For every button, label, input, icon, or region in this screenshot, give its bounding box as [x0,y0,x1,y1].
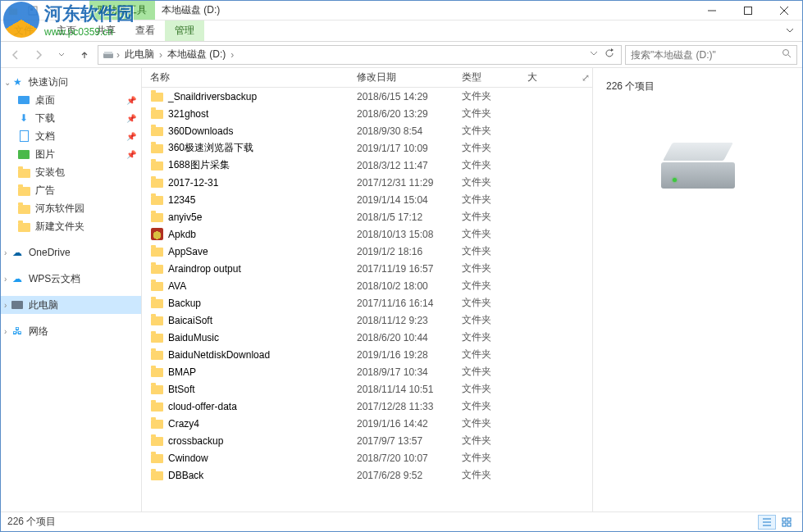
sidebar-item[interactable]: 广告 [1,181,141,199]
nav-quick-access[interactable]: ⌄ ★ 快速访问 [1,73,141,91]
file-rows[interactable]: _Snaildriversbackup2018/6/15 14:29文件夹321… [142,88,592,512]
search-icon[interactable] [782,48,792,61]
column-name[interactable]: 名称 [150,70,357,84]
nav-onedrive[interactable]: › ☁ OneDrive [1,243,141,261]
column-date[interactable]: 修改日期 [357,70,462,84]
svg-rect-17 [782,523,786,526]
title-bar: │ 驱动器工具 本地磁盘 (D:) [1,1,802,20]
svg-rect-9 [104,52,112,54]
chevron-down-icon[interactable]: ⌄ [4,78,11,87]
chevron-right-icon[interactable]: › [4,248,7,257]
sidebar-item[interactable]: 桌面📌 [1,91,141,109]
nav-this-pc[interactable]: › 此电脑 [1,296,141,314]
star-icon: ★ [11,75,24,89]
nav-label: 广告 [35,184,55,198]
file-row[interactable]: cloud-offer-data2017/12/28 11:33文件夹 [142,398,592,415]
status-bar: 226 个项目 [1,512,802,531]
nav-wps[interactable]: › ☁ WPS云文档 [1,270,141,288]
qat-icon[interactable] [4,2,22,19]
file-row[interactable]: 321ghost2018/6/20 13:29文件夹 [142,105,592,122]
file-row[interactable]: Backup2017/11/16 16:14文件夹 [142,294,592,311]
sidebar-item[interactable]: 文档📌 [1,127,141,145]
maximize-button[interactable] [730,1,766,20]
sidebar-item[interactable]: 安装包 [1,163,141,181]
view-details-button[interactable] [758,515,776,530]
address-dropdown-icon[interactable] [590,48,598,61]
chevron-right-icon[interactable]: › [4,301,7,310]
ribbon-file-tab[interactable]: 文件 [1,20,47,41]
file-row[interactable]: 2017-12-312017/12/31 11:29文件夹 [142,174,592,191]
nav-network[interactable]: › 🖧 网络 [1,322,141,340]
file-date: 2018/3/12 11:47 [357,160,462,171]
sidebar-item[interactable]: ⬇下载📌 [1,109,141,127]
ribbon-tab-manage[interactable]: 管理 [165,20,204,41]
file-type: 文件夹 [462,124,527,138]
nav-label: 文档 [35,130,55,143]
file-date: 2019/1/16 14:42 [357,418,462,430]
forward-button[interactable] [29,45,48,65]
recent-dropdown[interactable] [52,45,71,65]
ribbon-expand-button[interactable] [778,25,802,37]
file-row[interactable]: BaicaiSoft2018/11/12 9:23文件夹 [142,311,592,329]
sidebar-item[interactable]: 图片📌 [1,145,141,163]
minimize-button[interactable] [694,1,730,20]
file-row[interactable]: Crazy42019/1/16 14:42文件夹 [142,415,592,432]
file-row[interactable]: AVA2018/10/2 18:00文件夹 [142,277,592,294]
search-box[interactable] [625,45,797,65]
file-row[interactable]: BMAP2018/9/17 10:34文件夹 [142,363,592,380]
file-name: BaiduMusic [168,332,219,343]
file-row[interactable]: Cwindow2018/7/20 10:07文件夹 [142,449,592,466]
qat-properties-icon[interactable] [24,2,42,19]
file-date: 2017/11/16 16:14 [357,298,462,309]
ribbon-tab-view[interactable]: 查看 [125,20,165,41]
file-type: 文件夹 [462,296,527,310]
file-row[interactable]: 360Downloads2018/9/30 8:54文件夹 [142,122,592,139]
view-icons-button[interactable] [778,515,796,530]
file-row[interactable]: 123452019/1/14 15:04文件夹 [142,191,592,208]
file-row[interactable]: Apkdb2018/10/13 15:08文件夹 [142,225,592,243]
file-type: 文件夹 [462,330,527,344]
file-type: 文件夹 [462,175,527,189]
chevron-right-icon[interactable]: › [115,49,121,61]
file-row[interactable]: Araindrop output2017/11/19 16:57文件夹 [142,260,592,277]
address-bar: › 此电脑 › 本地磁盘 (D:) › [1,42,802,68]
file-row[interactable]: 360极速浏览器下载2019/1/17 10:09文件夹 [142,139,592,157]
ribbon-tab-home[interactable]: 主页 [47,20,86,41]
breadcrumb-item[interactable]: 此电脑 [121,48,157,61]
folder-icon [17,166,30,179]
ribbon-tab-share[interactable]: 共享 [86,20,125,41]
sidebar-item[interactable]: 新建文件夹 [1,217,141,235]
close-button[interactable] [766,1,802,20]
up-button[interactable] [75,45,94,65]
folder-icon [150,211,163,224]
sidebar-item[interactable]: 河东软件园 [1,199,141,217]
search-input[interactable] [631,49,782,61]
file-date: 2018/7/20 10:07 [357,452,462,464]
file-name: AppSave [168,246,208,257]
nav-label: 快速访问 [29,75,68,89]
file-row[interactable]: AppSave2019/1/2 18:16文件夹 [142,243,592,260]
file-row[interactable]: _Snaildriversbackup2018/6/15 14:29文件夹 [142,88,592,105]
file-date: 2018/10/13 15:08 [357,229,462,240]
column-type[interactable]: 类型 [462,70,527,84]
chevron-right-icon[interactable]: › [4,275,7,284]
file-row[interactable]: 1688图片采集2018/3/12 11:47文件夹 [142,157,592,174]
file-row[interactable]: crossbackup2017/9/7 13:57文件夹 [142,432,592,449]
breadcrumb-item[interactable]: 本地磁盘 (D:) [164,48,229,61]
folder-icon [17,184,30,197]
chevron-right-icon[interactable]: › [4,327,7,336]
refresh-button[interactable] [605,48,614,61]
file-row[interactable]: BaiduMusic2018/6/20 10:44文件夹 [142,329,592,346]
folder-icon [150,262,163,275]
chevron-right-icon[interactable]: › [157,49,164,61]
file-row[interactable]: BaiduNetdiskDownload2019/1/16 19:28文件夹 [142,346,592,363]
file-row[interactable]: BtSoft2018/11/14 10:51文件夹 [142,380,592,398]
chevron-right-icon[interactable]: › [229,49,235,61]
column-size[interactable]: 大 [527,70,578,84]
file-row[interactable]: DBBack2017/6/28 9:52文件夹 [142,466,592,484]
qat-dropdown-icon[interactable] [43,2,62,19]
breadcrumb-bar[interactable]: › 此电脑 › 本地磁盘 (D:) › [98,45,622,65]
file-row[interactable]: anyiv5e2018/1/5 17:12文件夹 [142,208,592,225]
cloud-icon: ☁ [11,246,24,259]
back-button[interactable] [6,45,25,65]
